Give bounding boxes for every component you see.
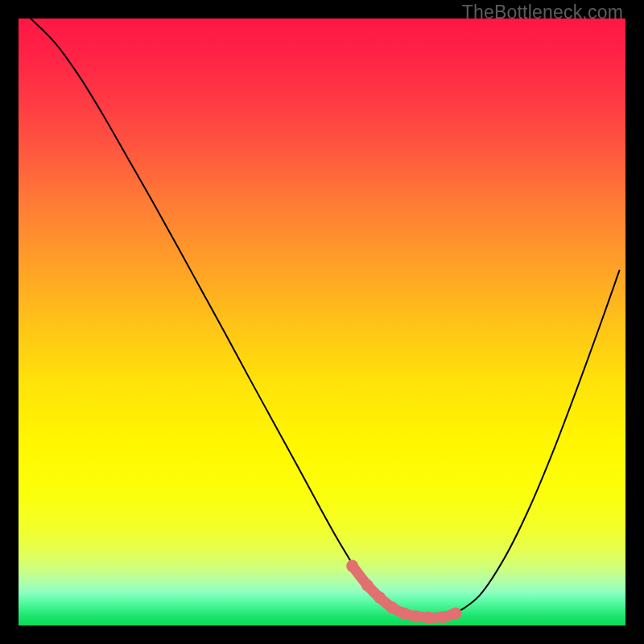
optimum-marker [346,560,358,572]
optimum-marker [374,592,386,604]
watermark-text: TheBottleneck.com [462,2,623,23]
optimum-markers [346,560,461,624]
optimum-marker [410,610,422,622]
plot-area [19,19,625,625]
optimum-marker [361,580,374,592]
optimum-marker [398,607,410,619]
chart-root: TheBottleneck.com [0,0,644,644]
curve-layer [19,19,625,625]
optimum-marker [386,601,398,613]
bottleneck-curve [31,19,619,617]
optimum-marker [449,607,461,619]
optimum-marker [422,612,434,624]
optimum-marker [437,611,449,623]
